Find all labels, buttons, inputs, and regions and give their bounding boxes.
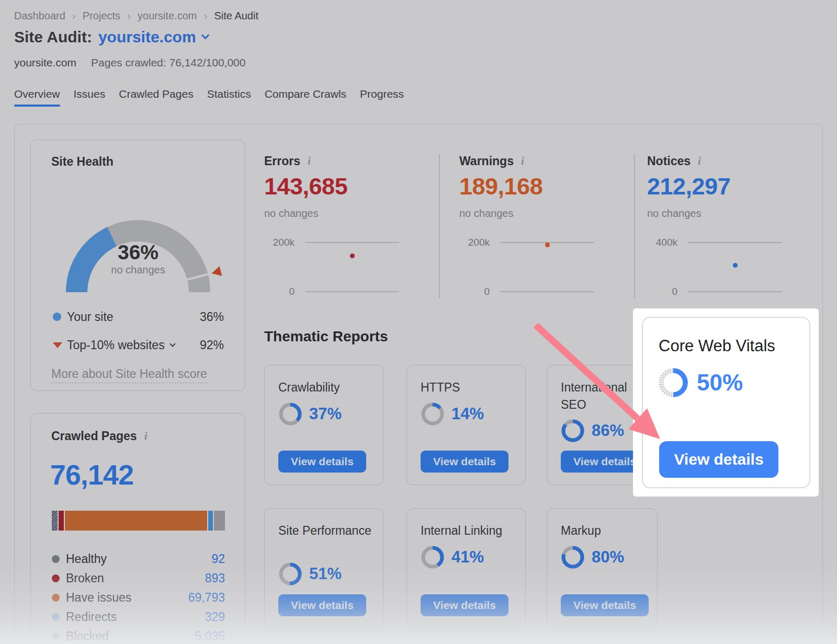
- card-percent: 51%: [309, 565, 342, 583]
- warnings-sparkline: 200k 0: [459, 233, 595, 295]
- breadcrumb-separator-icon: ›: [203, 9, 207, 22]
- bar-segment-have-issues: [65, 511, 207, 531]
- info-icon[interactable]: i: [698, 155, 701, 168]
- tab-issues[interactable]: Issues: [74, 88, 106, 107]
- bar-segment-broken: [59, 511, 64, 531]
- view-details-button[interactable]: View details: [278, 594, 366, 616]
- card-percent: 80%: [592, 548, 624, 567]
- breadcrumb-dashboard[interactable]: Dashboard: [14, 10, 65, 22]
- info-icon[interactable]: i: [308, 155, 311, 168]
- breadcrumb-project-domain[interactable]: yoursite.com: [138, 10, 197, 22]
- breadcrumb-site-audit: Site Audit: [214, 10, 258, 22]
- project-selector[interactable]: yoursite.com: [98, 28, 208, 46]
- legend-row-your-site: Your site 36%: [53, 310, 224, 324]
- card-label: Crawlability: [278, 379, 371, 396]
- site-performance-donut-chart: [278, 562, 302, 586]
- crawlability-donut-chart: [278, 402, 302, 426]
- card-percent: 37%: [309, 405, 342, 423]
- view-details-button[interactable]: View details: [561, 594, 649, 616]
- view-details-button[interactable]: View details: [421, 594, 508, 616]
- legend-value: 92: [211, 552, 225, 566]
- legend-row: Blocked5,035: [52, 627, 225, 644]
- page-title: Site Audit: yoursite.com: [14, 28, 208, 46]
- core-web-vitals-percent: 50%: [697, 370, 743, 396]
- errors-change: no changes: [264, 208, 318, 220]
- core-web-vitals-card: Core Web Vitals 50% View details: [642, 317, 810, 488]
- gridline: [305, 291, 399, 292]
- axis-label: 0: [264, 286, 295, 297]
- notices-value: 212,297: [647, 173, 730, 200]
- info-icon[interactable]: i: [521, 155, 524, 168]
- site-health-info-link[interactable]: More about Site Health score: [51, 367, 207, 383]
- crawled-pages-title: Crawled Pages: [51, 429, 137, 443]
- info-icon[interactable]: i: [144, 430, 148, 443]
- gridline: [688, 242, 782, 243]
- axis-label: 400k: [647, 237, 677, 248]
- axis-label: 0: [647, 286, 677, 297]
- errors-title: Errors: [264, 154, 300, 168]
- legend-value: 69,793: [188, 591, 225, 605]
- notices-change: no changes: [647, 208, 701, 220]
- project-domain: yoursite.com: [14, 56, 76, 69]
- axis-label: 200k: [264, 237, 295, 248]
- breadcrumb-separator-icon: ›: [72, 9, 76, 22]
- site-health-change: no changes: [60, 264, 217, 276]
- chevron-down-icon: [201, 31, 209, 40]
- tab-progress[interactable]: Progress: [360, 88, 404, 107]
- view-details-button[interactable]: View details: [421, 451, 508, 473]
- bar-segment-healthy: [52, 511, 58, 531]
- crawled-pages-stacked-bar: [52, 511, 225, 531]
- core-web-vitals-view-details-button[interactable]: View details: [659, 441, 778, 478]
- warnings-title: Warnings: [459, 154, 514, 168]
- crawled-pages-legend: Healthy92Broken893Have issues69,793Redir…: [52, 549, 225, 644]
- breadcrumb: Dashboard › Projects › yoursite.com › Si…: [14, 9, 258, 22]
- legend-row: Healthy92: [52, 549, 225, 569]
- crawled-pages-card: Crawled Pages i 76,142 Healthy92Broken89…: [30, 413, 245, 644]
- legend-value: 329: [205, 610, 225, 624]
- legend-row: Broken893: [52, 569, 225, 588]
- notices-sparkline: 400k 0: [647, 233, 783, 295]
- tab-compare-crawls[interactable]: Compare Crawls: [265, 88, 346, 107]
- site-health-card: Site Health 36% no changes Your site 36%…: [30, 140, 245, 391]
- international-seo-donut-chart: [561, 419, 585, 443]
- benchmark-triangle-icon: [53, 342, 62, 348]
- card-label: HTTPS: [421, 379, 514, 396]
- card-label: Site Performance: [278, 522, 371, 539]
- legend-dot-icon: [52, 632, 60, 640]
- errors-stat: Errors i 143,685 no changes 200k 0: [264, 154, 413, 168]
- card-label: Markup: [561, 522, 654, 539]
- tab-statistics[interactable]: Statistics: [207, 88, 251, 107]
- column-divider: [439, 154, 440, 298]
- legend-row: Have issues69,793: [52, 588, 225, 607]
- legend-value: 893: [205, 571, 225, 585]
- thematic-card-internal-linking: Internal Linking 41% View details: [406, 508, 526, 629]
- chevron-down-icon[interactable]: [169, 341, 175, 347]
- legend-label: Blocked: [66, 629, 109, 643]
- breadcrumb-separator-icon: ›: [127, 9, 131, 22]
- column-divider: [634, 154, 635, 298]
- legend-label: Healthy: [66, 552, 107, 566]
- axis-label: 200k: [459, 237, 490, 248]
- notices-stat: Notices i 212,297 no changes 400k 0: [647, 154, 796, 168]
- breadcrumb-projects[interactable]: Projects: [83, 10, 120, 22]
- view-details-button[interactable]: View details: [278, 451, 366, 473]
- legend-label[interactable]: Top-10% websites: [67, 338, 165, 352]
- your-site-dot-icon: [53, 313, 61, 321]
- tab-overview[interactable]: Overview: [14, 88, 60, 107]
- warnings-change: no changes: [459, 208, 513, 220]
- tab-bar: Overview Issues Crawled Pages Statistics…: [14, 88, 404, 107]
- legend-label: Your site: [67, 310, 114, 324]
- project-selector-label: yoursite.com: [98, 28, 196, 46]
- site-health-title: Site Health: [51, 155, 114, 169]
- warnings-value: 189,168: [459, 173, 542, 200]
- errors-value: 143,685: [264, 173, 347, 200]
- site-health-score: 36%: [60, 241, 217, 264]
- notices-title: Notices: [647, 154, 691, 168]
- legend-value: 36%: [200, 310, 224, 324]
- tab-crawled-pages[interactable]: Crawled Pages: [119, 88, 193, 107]
- errors-sparkline: 200k 0: [264, 233, 400, 295]
- warnings-data-point: [545, 243, 550, 247]
- legend-dot-icon: [52, 594, 60, 602]
- bar-segment-redirects: [208, 511, 213, 531]
- errors-data-point: [350, 254, 355, 258]
